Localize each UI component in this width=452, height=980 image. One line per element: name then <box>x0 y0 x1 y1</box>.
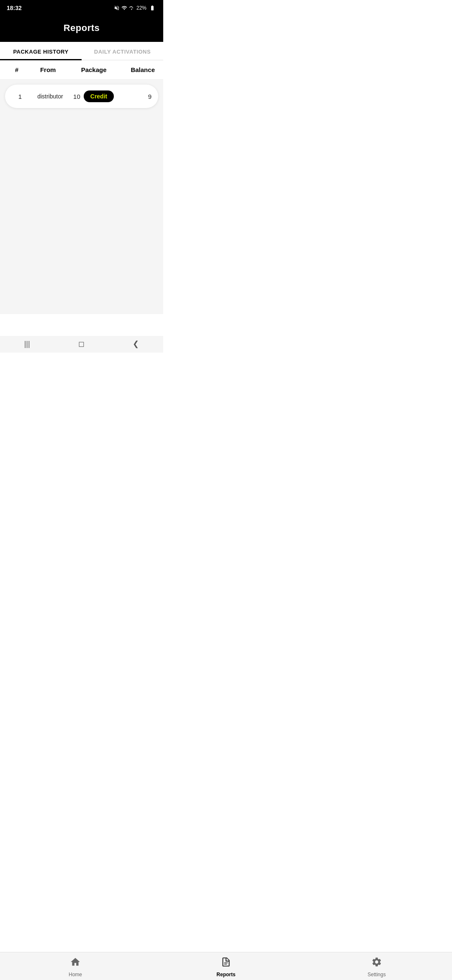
main-content: 1 distributor 10 Credit 9 <box>0 80 163 314</box>
system-nav: ||| ◻ ❮ <box>0 336 163 353</box>
row-num: 1 <box>12 93 28 100</box>
signal-icon <box>129 5 135 11</box>
col-header-package: Package <box>71 66 116 73</box>
credit-badge: Credit <box>84 90 114 102</box>
wifi-icon <box>121 5 127 11</box>
status-time: 18:32 <box>7 5 22 11</box>
col-header-balance: Balance <box>117 66 155 73</box>
tab-package-history[interactable]: PACKAGE HISTORY <box>0 42 82 60</box>
col-header-from: From <box>25 66 71 73</box>
table-row: 1 distributor 10 Credit 9 <box>5 85 158 108</box>
mute-icon <box>114 5 120 11</box>
row-from: distributor <box>28 93 72 100</box>
battery-level: 22% <box>136 5 146 11</box>
page-title: Reports <box>64 23 100 33</box>
battery-icon <box>148 5 157 11</box>
status-icons: 22% <box>114 5 157 11</box>
tabs-container: PACKAGE HISTORY DAILY ACTIVATIONS <box>0 42 163 60</box>
tab-daily-activations[interactable]: DAILY ACTIVATIONS <box>82 42 163 60</box>
home-button[interactable]: ◻ <box>78 339 85 348</box>
table-header: # From Package Balance <box>0 60 163 80</box>
col-header-num: # <box>8 66 25 73</box>
status-bar: 18:32 22% <box>0 0 163 15</box>
row-balance: 9 <box>116 93 152 100</box>
back-button[interactable]: ❮ <box>133 339 139 348</box>
page-header: Reports <box>0 15 163 42</box>
row-package-num: 10 <box>73 93 80 100</box>
recent-apps-button[interactable]: ||| <box>24 340 30 348</box>
row-package: 10 Credit <box>72 90 116 102</box>
